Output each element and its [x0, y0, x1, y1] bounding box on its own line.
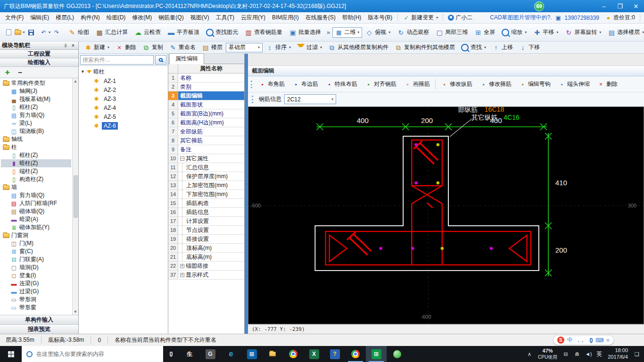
expand-toggle[interactable]: + [180, 264, 184, 268]
maximize-button[interactable]: ❐ [612, 0, 628, 12]
property-row[interactable]: 11 汇总信息 [168, 163, 244, 172]
menu-item[interactable]: 版本号(B) [364, 12, 396, 23]
project-settings-button[interactable]: 工程设置 [0, 50, 78, 58]
search-input[interactable] [80, 55, 154, 65]
section-tool-button[interactable]: ▪ 布角筋 [255, 79, 289, 90]
expand-toggle[interactable]: − [180, 156, 184, 161]
taskbar-app[interactable] [283, 346, 304, 362]
close-icon[interactable]: × [70, 43, 76, 48]
taskbar-app[interactable]: ? [324, 346, 345, 362]
component-toolbar-button[interactable]: 过滤 ▾ [294, 42, 325, 53]
property-row[interactable]: 17 计算设置 [168, 217, 244, 226]
menu-item[interactable]: 云应用(Y) [238, 12, 269, 23]
section-tool-button[interactable]: ▪ 端头伸缩 [554, 79, 594, 90]
taskbar-mic-icon[interactable] [163, 346, 179, 362]
search-button[interactable] [155, 55, 166, 65]
toolbar-button[interactable]: ✎ 绘图 [65, 26, 92, 39]
component-item[interactable]: ✱ AZ-1 [79, 76, 168, 85]
tree-item[interactable]: ⊟ 门联窗(A) [1, 255, 71, 263]
property-row[interactable]: 7 全部纵筋 [168, 127, 244, 136]
punctuation-toggle[interactable]: ，。 [576, 336, 587, 344]
tree-item[interactable]: ▬ 暗梁(A) [1, 215, 71, 223]
component-toolbar-button[interactable]: ↑ 上移 ▾ [489, 42, 516, 53]
section-tool-button[interactable]: ▪ 特殊布筋 [322, 79, 361, 90]
component-item[interactable]: ✱ AZ-4 [79, 103, 168, 112]
cpu-indicator[interactable]: 47%CPU使用 [536, 348, 560, 360]
input-mode-toggle[interactable]: 中 [567, 336, 573, 344]
taskbar-app[interactable] [387, 346, 407, 362]
view-toolbar-button[interactable]: ▤ 选择楼层 ▾ [604, 26, 644, 39]
property-row[interactable]: 14 下加密范围(mm) [168, 190, 244, 199]
section-tool-button[interactable]: ▪ 布边筋 [289, 79, 322, 90]
property-row[interactable]: 8 其它箍筋 [168, 136, 244, 145]
toolbar-grip[interactable] [251, 81, 252, 88]
expand-toggle[interactable]: + [180, 273, 184, 277]
panel-splitter[interactable] [245, 54, 248, 334]
language-indicator[interactable]: 英 [594, 350, 604, 358]
tree-item[interactable]: 常用构件类型 [1, 79, 71, 87]
save-button[interactable] [25, 26, 37, 39]
menu-item[interactable]: 工具(T) [213, 12, 238, 23]
tree-item[interactable]: ▤ 人防门框墙(RF [1, 199, 71, 207]
property-row[interactable]: 9 备注 [168, 145, 244, 154]
tree-item[interactable]: ▭ 带形窗 [1, 304, 71, 312]
menu-item[interactable]: 钢筋量(Q) [155, 12, 187, 23]
tree-item[interactable]: ▯ 框柱(Z) [1, 151, 71, 159]
section-tool-button[interactable]: ▪ 对齐钢筋 [361, 79, 400, 90]
open-file-button[interactable]: ▾ [14, 26, 25, 39]
property-row[interactable]: 2 类别 [168, 82, 244, 91]
view-toolbar-button[interactable]: ◇ 俯视 ▾ [362, 26, 394, 39]
tree-item[interactable]: ═ 梁(L) [1, 119, 71, 127]
scroll-up-icon[interactable]: ▲ [74, 79, 77, 83]
tree-scrollbar[interactable]: ▲ ▼ [72, 78, 78, 315]
property-row[interactable]: 21 底标高(m) [168, 253, 244, 262]
cad-notice-link[interactable]: CAD草图图片管理中的?. [487, 14, 554, 22]
taskbar-app[interactable] [345, 346, 366, 362]
section-tool-button[interactable]: × 删除 [594, 79, 621, 90]
property-row[interactable]: 19 搭接设置 [168, 235, 244, 244]
tree-item[interactable]: ▄ 筏板基础(M) [1, 95, 71, 103]
taskbar-app[interactable]: e [221, 346, 241, 362]
section-tool-button[interactable]: ▫ 画箍筋 [400, 79, 434, 90]
component-item[interactable]: ✱ AZ-3 [79, 94, 168, 103]
tray-chevron-icon[interactable]: ∧ [524, 351, 535, 357]
taskbar-app[interactable]: G [200, 346, 221, 362]
scroll-down-icon[interactable]: ▼ [74, 310, 77, 314]
sogou-icon[interactable]: S [557, 337, 564, 344]
toolbar-button[interactable]: ▬ 平齐板顶 [164, 26, 203, 39]
expand-all-icon[interactable]: ✚ [4, 69, 11, 76]
tree-item[interactable]: ⊞ 窗(C) [1, 247, 71, 255]
property-row[interactable]: 37 + 显示样式 [168, 271, 244, 280]
property-row[interactable]: 22 + 锚固搭接 [168, 262, 244, 271]
section-tool-button[interactable]: ▪ 修改纵筋 [437, 79, 476, 90]
property-row[interactable]: 1 名称 [168, 74, 244, 82]
component-toolbar-button[interactable]: ⧉ 复制构件到其他楼层 ▾ [392, 42, 458, 53]
taskbar-app[interactable] [262, 346, 283, 362]
view-toolbar-button[interactable]: ↻ 动态观察 ▾ [394, 26, 432, 39]
component-toolbar-button[interactable]: ↓ 下移 ▾ [516, 42, 543, 53]
taskbar-app[interactable]: ⊞ [241, 346, 262, 362]
price-bean-button[interactable]: ● 造价豆:0 [602, 14, 638, 22]
tree-item[interactable]: ▭ 带形洞 [1, 296, 71, 304]
toolbar-button[interactable]: ▥ 查看钢筋量 [241, 26, 286, 39]
view-toolbar-button[interactable]: ✚ 平移 ▾ [530, 26, 561, 39]
notification-icon[interactable]: ❑ [632, 351, 642, 357]
drawing-input-button[interactable]: 绘图输入 [0, 58, 78, 67]
menu-item[interactable]: 绘图(D) [103, 12, 129, 23]
taskbar-search[interactable]: 在这里输入你要搜索的内容 [22, 346, 163, 362]
component-toolbar-button[interactable]: ⧉ 复制 ▾ [140, 42, 166, 53]
view-toolbar-button[interactable]: 缩放 ▾ [498, 26, 530, 39]
tree-item[interactable]: ▬ 过梁(G) [1, 288, 71, 296]
report-preview-button[interactable]: 报表预览 [0, 324, 78, 334]
component-toolbar-button[interactable]: 查找 ▾ [458, 42, 489, 53]
toolbar-button[interactable]: ▣ 批量选择 [286, 26, 324, 39]
tree-item[interactable]: ▯ 框柱(Z) [1, 103, 71, 111]
property-row[interactable]: 6 截面高(H边)(mm) [168, 118, 244, 127]
view-toolbar-button[interactable]: ⊞ 全屏 ▾ [471, 26, 498, 39]
start-button[interactable] [0, 346, 22, 362]
property-row[interactable]: 15 插筋构造 [168, 199, 244, 208]
property-row[interactable]: 3 截面编辑 [168, 91, 244, 100]
minimize-button[interactable]: – [596, 0, 612, 12]
property-row[interactable]: 13 上加密范围(mm) [168, 181, 244, 190]
tree-item[interactable]: ▯ 构造柱(Z) [1, 175, 71, 183]
